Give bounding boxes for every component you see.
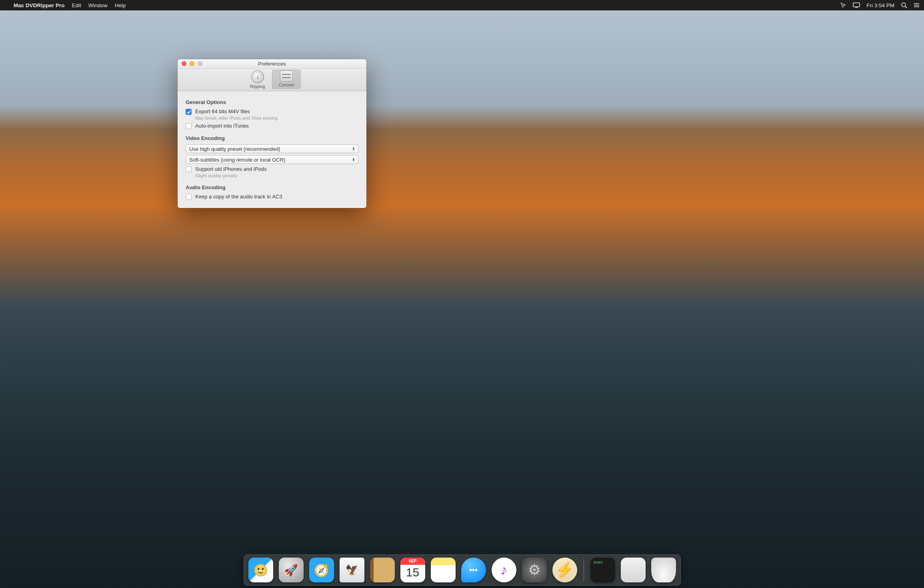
section-general-options: General Options [186,99,358,105]
window-titlebar[interactable]: Preferences [178,59,366,69]
chevron-up-down-icon: ▲▼ [351,158,356,162]
calendar-month: SEP [400,558,425,565]
popup-video-preset[interactable]: Use high quality preset (recommended) ▲▼ [186,144,358,153]
menu-help[interactable]: Help [115,2,126,8]
popup-subtitle-mode-value: Soft-subtitles (using remote or local OC… [189,157,286,163]
svg-point-9 [914,6,915,7]
popup-video-preset-value: Use high quality preset (recommended) [189,146,280,152]
preferences-toolbar: Ripping Convert [178,69,366,91]
dock-terminal[interactable]: exec [590,558,615,582]
sublabel-export-64bit: May break older iPods and Xbox playing [195,116,358,120]
menu-edit[interactable]: Edit [72,2,81,8]
tab-ripping[interactable]: Ripping [243,70,272,90]
svg-point-7 [914,3,915,4]
svg-rect-1 [855,7,858,8]
window-title: Preferences [258,61,286,67]
dock-mac-dvdripper-pro[interactable] [552,558,577,582]
label-auto-import-itunes: Auto-import into iTunes [195,123,249,129]
section-audio-encoding: Audio Encoding [186,184,358,190]
svg-point-2 [902,3,906,7]
dock-finder[interactable] [248,558,273,582]
ripping-icon [251,70,264,83]
checkbox-auto-import-itunes[interactable] [186,123,192,129]
menubar: Mac DVDRipper Pro Edit Window Help Fri 3… [0,0,924,10]
label-keep-ac3: Keep a copy of the audio track in AC3 [195,194,282,200]
label-export-64bit: Export 64 bits M4V files [195,108,250,114]
display-status-icon[interactable] [853,2,860,8]
checkbox-support-old-iphones[interactable] [186,166,192,172]
minimize-button[interactable] [190,61,194,66]
terminal-label: exec [594,560,603,564]
dock-notes[interactable] [431,558,456,582]
menubar-clock[interactable]: Fri 3:54 PM [866,2,894,8]
dock-minimized-window[interactable] [621,558,646,582]
dock-calendar[interactable]: SEP 15 [400,558,425,582]
dock-contacts[interactable] [370,558,395,582]
notification-center-icon[interactable] [914,2,920,8]
svg-line-3 [905,6,907,8]
dock: SEP 15 exec [244,554,681,586]
checkbox-export-64bit[interactable] [186,109,192,115]
app-menu[interactable]: Mac DVDRipper Pro [14,2,65,8]
label-support-old-iphones: Support old iPhones and iPods [195,166,267,172]
calendar-day: 15 [400,566,425,579]
zoom-button [198,61,202,66]
section-video-encoding: Video Encoding [186,135,358,141]
tab-convert-label: Convert [279,82,294,87]
chevron-up-down-icon: ▲▼ [351,147,356,151]
dock-system-preferences[interactable] [522,558,547,582]
dock-trash[interactable] [651,558,676,582]
tab-ripping-label: Ripping [250,84,265,89]
cursor-status-icon[interactable] [840,2,846,8]
spotlight-icon[interactable] [901,2,907,8]
checkbox-keep-ac3[interactable] [186,194,192,200]
preferences-window: Preferences Ripping Convert General Opti… [178,59,366,208]
dock-messages[interactable] [461,558,486,582]
dock-itunes[interactable] [492,558,516,582]
svg-rect-0 [853,3,860,7]
close-button[interactable] [182,61,186,66]
popup-subtitle-mode[interactable]: Soft-subtitles (using remote or local OC… [186,155,358,164]
dock-launchpad[interactable] [279,558,304,582]
tab-convert[interactable]: Convert [272,70,301,89]
menu-window[interactable]: Window [88,2,108,8]
sublabel-support-old-iphones: Slight quality penalty [195,173,358,178]
svg-point-8 [914,5,915,6]
dock-safari[interactable] [309,558,334,582]
dock-mail[interactable] [340,558,364,582]
convert-icon [280,70,293,82]
dock-separator [584,559,584,581]
